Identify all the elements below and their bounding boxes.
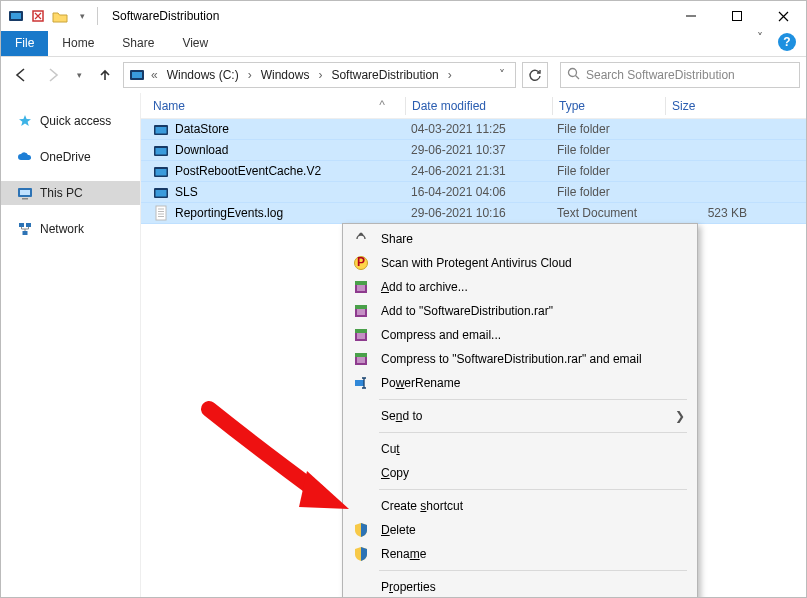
file-date: 16-04-2021 04:06 [405,185,551,199]
menu-add-archive[interactable]: Add to archive... [345,275,695,299]
file-date: 04-03-2021 11:25 [405,122,551,136]
svg-rect-10 [20,190,30,195]
sidebar-item-network[interactable]: Network [1,217,140,241]
file-type: File folder [551,164,663,178]
column-name[interactable]: Name^ [147,99,405,113]
menu-share[interactable]: Share [345,227,695,251]
svg-rect-42 [355,380,364,386]
tab-share[interactable]: Share [108,31,168,56]
menu-cut[interactable]: Cut [345,437,695,461]
up-button[interactable] [91,61,119,89]
winrar-icon [351,277,371,297]
sidebar-item-quick-access[interactable]: Quick access [1,109,140,133]
submenu-arrow-icon: ❯ [675,409,685,423]
svg-rect-18 [156,148,167,155]
chevron-right-icon[interactable]: › [245,68,255,82]
chevron-right-icon[interactable]: › [445,68,455,82]
back-button[interactable] [7,61,35,89]
svg-rect-22 [156,190,167,197]
qat-dropdown-icon[interactable]: ▾ [74,8,90,24]
file-type: File folder [551,122,663,136]
search-input[interactable]: Search SoftwareDistribution [560,62,800,88]
file-date: 29-06-2021 10:16 [405,206,551,220]
svg-rect-32 [357,285,365,291]
table-row[interactable]: PostRebootEventCache.V224-06-2021 21:31F… [141,161,806,182]
menu-rename[interactable]: Rename [345,542,695,566]
svg-rect-14 [23,231,28,235]
tab-home[interactable]: Home [48,31,108,56]
file-name: ReportingEvents.log [175,206,283,220]
menu-create-shortcut[interactable]: Create shortcut [345,494,695,518]
svg-line-8 [576,76,580,80]
chevron-right-icon[interactable]: « [148,68,161,82]
menu-properties[interactable]: Properties [345,575,695,598]
column-size[interactable]: Size [666,99,756,113]
menu-compress-rar-email[interactable]: Compress to "SoftwareDistribution.rar" a… [345,347,695,371]
menu-separator [379,399,687,400]
winrar-icon [351,301,371,321]
folder-icon [153,121,169,137]
star-icon [17,113,33,129]
forward-button[interactable] [39,61,67,89]
window-title: SoftwareDistribution [112,9,219,23]
file-name: DataStore [175,122,229,136]
sidebar-item-label: Quick access [40,114,111,128]
table-row[interactable]: SLS16-04-2021 04:06File folder [141,182,806,203]
qat-properties-icon[interactable] [30,8,46,24]
tab-view[interactable]: View [168,31,222,56]
column-date[interactable]: Date modified [406,99,552,113]
menu-send-to[interactable]: Send to ❯ [345,404,695,428]
menu-powerrename[interactable]: PowerRename [345,371,695,395]
chevron-right-icon[interactable]: › [315,68,325,82]
close-button[interactable] [760,1,806,31]
qat-folder-icon[interactable] [52,8,68,24]
file-date: 29-06-2021 10:37 [405,143,551,157]
svg-rect-16 [156,127,167,134]
breadcrumb[interactable]: Windows (C:) [163,66,243,84]
svg-rect-34 [355,305,367,309]
sidebar-item-this-pc[interactable]: This PC [1,181,140,205]
table-row[interactable]: DataStore04-03-2021 11:25File folder [141,119,806,140]
antivirus-icon: P [351,253,371,273]
recent-dropdown-icon[interactable]: ▾ [71,61,87,89]
minimize-button[interactable] [668,1,714,31]
breadcrumb[interactable]: SoftwareDistribution [327,66,442,84]
svg-rect-31 [355,281,367,285]
file-type: File folder [551,143,663,157]
sidebar-item-onedrive[interactable]: OneDrive [1,145,140,169]
search-icon [567,67,580,83]
address-bar[interactable]: « Windows (C:) › Windows › SoftwareDistr… [123,62,516,88]
refresh-button[interactable] [522,62,548,88]
column-type[interactable]: Type [553,99,665,113]
svg-rect-23 [156,206,166,220]
network-icon [17,221,33,237]
file-icon [153,205,169,221]
svg-rect-11 [22,198,28,200]
sidebar-item-label: This PC [40,186,83,200]
file-type: File folder [551,185,663,199]
table-row[interactable]: Download29-06-2021 10:37File folder [141,140,806,161]
file-size: 523 KB [663,206,753,220]
folder-icon [153,142,169,158]
menu-scan[interactable]: P Scan with Protegent Antivirus Cloud [345,251,695,275]
address-dropdown-icon[interactable]: ˅ [493,68,511,82]
ribbon-expand-icon[interactable]: ˅ [746,31,774,45]
maximize-button[interactable] [714,1,760,31]
breadcrumb[interactable]: Windows [257,66,314,84]
file-type: Text Document [551,206,663,220]
svg-text:P: P [357,255,365,269]
svg-rect-6 [132,72,142,78]
file-name: Download [175,143,228,157]
menu-copy[interactable]: Copy [345,461,695,485]
table-row[interactable]: ReportingEvents.log29-06-2021 10:16Text … [141,203,806,224]
file-name: SLS [175,185,198,199]
menu-compress-email[interactable]: Compress and email... [345,323,695,347]
pc-icon [17,185,33,201]
menu-add-rar[interactable]: Add to "SoftwareDistribution.rar" [345,299,695,323]
svg-rect-41 [357,357,365,363]
file-date: 24-06-2021 21:31 [405,164,551,178]
help-button[interactable]: ? [778,33,800,55]
file-tab[interactable]: File [1,31,48,56]
sort-asc-icon: ^ [379,98,385,112]
menu-delete[interactable]: Delete [345,518,695,542]
